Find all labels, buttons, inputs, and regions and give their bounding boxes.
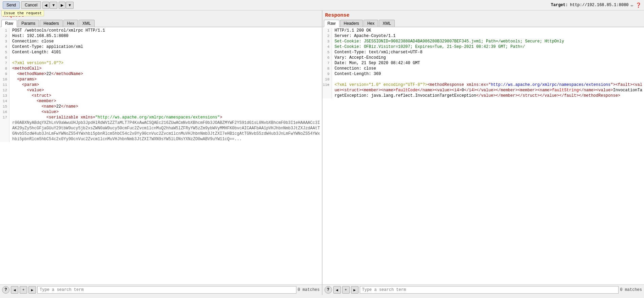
- request-search-options-button[interactable]: ▶: [28, 286, 36, 294]
- tab-xml-request[interactable]: XML: [79, 20, 95, 27]
- table-row: 5 Content-Length: 4101: [0, 50, 322, 55]
- response-pane: Response Raw Headers Hex XML 1 HTTP/1.1 …: [323, 11, 644, 295]
- response-next-match-button[interactable]: +: [342, 286, 350, 294]
- toolbar: Send Cancel ◀ ▼ ▶ ▼ Issue the request Ta…: [0, 0, 644, 11]
- target-url: http://192.168.85.1:8080: [570, 3, 629, 7]
- table-row: 5 Content-Type: text/xml;charset=UTF-8: [323, 50, 644, 55]
- response-editor[interactable]: 1 HTTP/1.1 200 OK 2 Server: Apache-Coyot…: [323, 27, 644, 284]
- table-row: 3 Set-Cookie: JSESSIONID=90823880AD4BA98…: [323, 39, 644, 44]
- table-row: 10 <params>: [0, 77, 322, 82]
- tab-hex-request[interactable]: Hex: [63, 20, 78, 27]
- send-tooltip: Issue the request: [1, 10, 44, 16]
- prev-drop-button[interactable]: ▼: [50, 2, 57, 9]
- table-row: 11 <param>: [0, 82, 322, 88]
- request-search-input[interactable]: [37, 286, 296, 294]
- response-title: Response: [323, 11, 644, 19]
- table-row: r00ABXNyABdqYXZhLnV0aWwuUHJpb3JpdHlRdWV1…: [0, 120, 322, 142]
- tab-headers-response[interactable]: Headers: [340, 20, 363, 27]
- send-button[interactable]: Send: [3, 1, 20, 9]
- tab-raw-response[interactable]: Raw: [324, 20, 339, 27]
- prev-button[interactable]: ◀: [42, 2, 49, 9]
- response-help-button[interactable]: ?: [325, 286, 332, 294]
- request-title: Request: [0, 11, 322, 19]
- table-row: 4 Set-Cookie: OFBiz.Visitor=10207; Expir…: [323, 44, 644, 50]
- request-pane: Request Raw Params Headers Hex XML 1 POS…: [0, 11, 323, 295]
- table-row: 9 Content-Length: 369: [323, 71, 644, 77]
- request-next-match-button[interactable]: +: [20, 286, 27, 294]
- help-icon[interactable]: ❓: [636, 2, 641, 8]
- table-row: 6 Vary: Accept-Encoding: [323, 55, 644, 60]
- table-row: 7 <?xml version="1.0"?>: [0, 60, 322, 66]
- target-label: Target:: [551, 3, 568, 7]
- table-row: 8 Connection: close: [323, 66, 644, 71]
- table-row: 6: [0, 55, 322, 60]
- table-row: 12 <value>: [0, 88, 322, 93]
- main-content: Request Raw Params Headers Hex XML 1 POS…: [0, 11, 644, 295]
- table-row: 11⊕ <?xml version="1.0" encoding="UTF-8"…: [323, 82, 644, 98]
- tab-headers-request[interactable]: Headers: [40, 20, 62, 27]
- response-prev-match-button[interactable]: ◀: [333, 286, 341, 294]
- request-help-button[interactable]: ?: [2, 286, 9, 294]
- request-editor[interactable]: 1 POST /webtools/control/xmlrpc HTTP/1.1…: [0, 27, 322, 284]
- table-row: 4 Content-Type: application/xml: [0, 44, 322, 50]
- table-row: 8 <methodCall>: [0, 66, 322, 71]
- prev-group: ◀ ▼: [42, 2, 57, 9]
- response-search-options-button[interactable]: ▶: [351, 286, 358, 294]
- tab-params-request[interactable]: Params: [18, 20, 39, 27]
- tab-raw-request[interactable]: Raw: [1, 20, 17, 27]
- table-row: 13 <struct>: [0, 93, 322, 98]
- table-row: 2 Host: 192.168.85.1:8080: [0, 33, 322, 39]
- table-row: 9 <methodName>22</methodName>: [0, 71, 322, 77]
- table-row: 1 HTTP/1.1 200 OK: [323, 28, 644, 33]
- table-row: 14 <member>: [0, 98, 322, 104]
- table-row: 3 Connection: close: [0, 39, 322, 44]
- request-search-bar: ? ◀ + ▶ 0 matches: [0, 284, 322, 295]
- table-row: 17 <serializable xmlns="http://ws.apache…: [0, 115, 322, 120]
- next-group: ▶ ▼: [59, 2, 74, 9]
- table-row: 15 <name>22</name>: [0, 104, 322, 109]
- next-drop-button[interactable]: ▼: [66, 2, 74, 9]
- response-search-input[interactable]: [360, 286, 619, 294]
- request-prev-match-button[interactable]: ◀: [11, 286, 18, 294]
- edit-target-icon[interactable]: ✏️: [631, 2, 633, 8]
- table-row: 10: [323, 77, 644, 82]
- request-tab-bar: Raw Params Headers Hex XML: [0, 19, 322, 27]
- response-matches-label: 0 matches: [620, 287, 642, 292]
- table-row: 16 <value>: [0, 109, 322, 115]
- table-row: 1 POST /webtools/control/xmlrpc HTTP/1.1: [0, 28, 322, 33]
- target-info: Target: http://192.168.85.1:8080 ✏️ ❓: [551, 2, 641, 8]
- table-row: 2 Server: Apache-Coyote/1.1: [323, 33, 644, 39]
- request-matches-label: 0 matches: [298, 287, 320, 292]
- response-search-bar: ? ◀ + ▶ 0 matches: [323, 284, 644, 295]
- response-tab-bar: Raw Headers Hex XML: [323, 19, 644, 27]
- tab-xml-response[interactable]: XML: [379, 20, 395, 27]
- cancel-button[interactable]: Cancel: [21, 1, 41, 9]
- table-row: 7 Date: Mon, 21 Sep 2020 08:42:40 GMT: [323, 60, 644, 66]
- next-button[interactable]: ▶: [59, 2, 65, 9]
- tab-hex-response[interactable]: Hex: [364, 20, 378, 27]
